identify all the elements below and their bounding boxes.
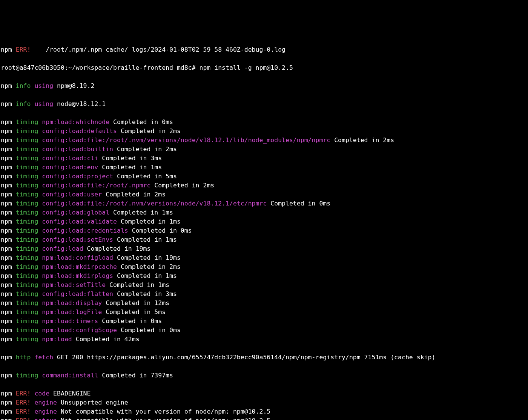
timing-rest: Completed in 0ms (267, 200, 330, 207)
timing-rest: Completed in 2ms (113, 146, 177, 153)
timing-rest: Completed in 1ms (113, 236, 177, 243)
timing-name: command:install (42, 372, 98, 379)
npm-label: npm (1, 173, 12, 180)
npm-label: npm (1, 46, 12, 53)
log-line: npm timing npm:load:display Completed in… (1, 299, 527, 308)
timing-rest: Completed in 2ms (102, 191, 166, 198)
err-text: Unsupported engine (57, 399, 128, 406)
npm-label: npm (1, 308, 12, 316)
timing-name: config:load:file:/root/.nvm/versions/nod… (42, 200, 267, 207)
log-line: npm timing npm:load:configload Completed… (1, 253, 527, 262)
timing-label: timing (16, 127, 38, 135)
log-line: npm timing npm:load:whichnode Completed … (1, 118, 527, 127)
timing-label: timing (16, 200, 38, 207)
log-line: npm timing config:load Completed in 19ms (1, 244, 527, 253)
npm-label: npm (1, 245, 12, 252)
timing-name: npm:load:whichnode (42, 118, 109, 126)
err-text: EBADENGINE (49, 390, 91, 397)
npm-label: npm (1, 209, 12, 216)
using-label: using (34, 100, 53, 107)
timing-rest: Completed in 0ms (128, 227, 192, 234)
npm-label: npm (1, 317, 12, 325)
log-line: npm timing config:load:builtin Completed… (1, 145, 527, 154)
timing-name: config:load:defaults (42, 127, 117, 135)
timing-label: timing (16, 245, 38, 252)
terminal-output[interactable]: npm ERR! /root/.npm/.npm_cache/_logs/202… (0, 36, 528, 420)
timing-name: npm:load:configload (42, 254, 113, 261)
log-line: npm ERR! /root/.npm/.npm_cache/_logs/202… (1, 45, 527, 54)
using-label: using (34, 82, 53, 89)
npm-label: npm (1, 281, 12, 288)
log-line: npm timing config:load:file:/root/.npmrc… (1, 181, 527, 190)
timing-name: config:load (42, 245, 83, 252)
timing-label: timing (16, 146, 38, 153)
timing-name: npm:load:mkdirplogs (42, 272, 113, 279)
timing-label: timing (16, 164, 38, 171)
npm-label: npm (1, 191, 12, 198)
log-line: npm timing config:load:global Completed … (1, 208, 527, 217)
err-label: ERR! (16, 399, 31, 406)
npm-label: npm (1, 399, 12, 406)
log-line: npm timing config:load:env Completed in … (1, 163, 527, 172)
timing-label: timing (16, 326, 38, 334)
npm-label: npm (1, 100, 12, 107)
log-line: npm ERR! notsup Not compatible with your… (1, 416, 527, 420)
err-category: notsup (34, 417, 57, 420)
timing-rest: Completed in 12ms (102, 299, 169, 307)
npm-label: npm (1, 127, 12, 135)
timing-name: config:load:builtin (42, 146, 113, 153)
npm-label: npm (1, 200, 12, 207)
log-line: npm ERR! engine Not compatible with your… (1, 407, 527, 416)
log-line: npm http fetch GET 200 https://packages.… (1, 353, 527, 362)
log-line: npm timing config:load:defaults Complete… (1, 127, 527, 136)
log-line: npm timing config:load:flatten Completed… (1, 290, 527, 299)
timing-rest: Completed in 1ms (113, 272, 177, 279)
timing-rest: Completed in 2ms (117, 263, 181, 270)
err-text: Not compatible with your version of node… (57, 408, 270, 415)
npm-label: npm (1, 290, 12, 297)
err-label: ERR! (16, 390, 31, 397)
timing-name: config:load:user (42, 191, 102, 198)
timing-name: config:load:flatten (42, 290, 113, 297)
timing-label: timing (16, 236, 38, 243)
npm-label: npm (1, 336, 12, 343)
timing-label: timing (16, 290, 38, 297)
log-line: npm timing config:load:file:/root/.nvm/v… (1, 136, 527, 145)
info-text: node@v18.12.1 (53, 100, 106, 107)
log-line: npm info using node@v18.12.1 (1, 100, 527, 109)
timing-label: timing (16, 218, 38, 225)
log-line: npm timing command:install Completed in … (1, 371, 527, 380)
log-line: npm timing config:load:file:/root/.nvm/v… (1, 199, 527, 208)
timing-name: config:load:cli (42, 155, 98, 162)
timing-name: npm:load:display (42, 299, 102, 307)
err-category: engine (34, 399, 57, 406)
err-label: ERR! (16, 417, 31, 420)
log-line: npm timing npm:load:configScope Complete… (1, 326, 527, 335)
timing-rest: Completed in 5ms (102, 308, 166, 316)
timing-rest: Completed in 3ms (113, 290, 177, 297)
info-label: info (16, 100, 31, 107)
log-line: npm timing npm:load Completed in 42ms (1, 335, 527, 344)
timing-name: config:load:file:/root/.npmrc (42, 182, 150, 189)
timing-label: timing (16, 191, 38, 198)
err-category: engine (34, 408, 57, 415)
timing-label: timing (16, 173, 38, 180)
log-line: npm ERR! code EBADENGINE (1, 389, 527, 398)
npm-label: npm (1, 408, 12, 415)
npm-label: npm (1, 417, 12, 420)
timing-block: npm timing npm:load:whichnode Completed … (1, 118, 527, 344)
timing-rest: Completed in 2ms (117, 127, 181, 135)
prompt-line[interactable]: root@a847c06b3050:~/workspace/braille-fr… (1, 63, 527, 72)
err-text: Not compatible with your version of node… (57, 417, 270, 420)
timing-rest: Completed in 0ms (117, 326, 181, 334)
timing-rest: Completed in 19ms (113, 254, 181, 261)
info-text: npm@8.19.2 (53, 82, 94, 89)
timing-rest: Completed in 1ms (109, 209, 173, 216)
npm-label: npm (1, 218, 12, 225)
err-category: code (34, 390, 49, 397)
timing-rest: Completed in 1ms (106, 281, 169, 288)
timing-name: npm:load:timers (42, 317, 98, 325)
npm-label: npm (1, 155, 12, 162)
timing-label: timing (16, 299, 38, 307)
log-line: npm timing config:load:credentials Compl… (1, 226, 527, 235)
